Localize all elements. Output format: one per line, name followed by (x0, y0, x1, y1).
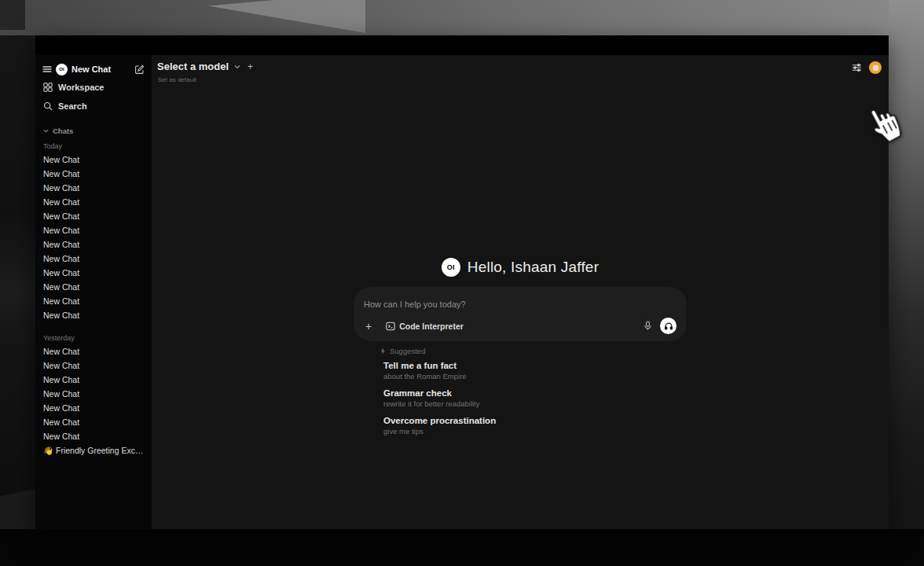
chat-group-label: Yesterday (35, 330, 152, 344)
app-logo: OI (442, 258, 460, 277)
bolt-icon (380, 347, 386, 355)
chat-item[interactable]: New Chat (35, 181, 152, 195)
avatar-glyph (873, 65, 878, 71)
code-interpreter-toggle[interactable]: Code Interpreter (386, 322, 464, 331)
chat-item[interactable]: New Chat (35, 266, 152, 280)
chat-item[interactable]: New Chat (35, 209, 152, 223)
suggestion-subtitle: rewrite it for better readability (383, 399, 687, 408)
suggestion-subtitle: give me tips (383, 427, 687, 436)
chat-groups: TodayNew ChatNew ChatNew ChatNew ChatNew… (35, 138, 152, 458)
prompt-input-card: + Code Interpreter (354, 287, 687, 341)
sidebar-toggle-icon[interactable] (42, 65, 52, 73)
chat-item[interactable]: New Chat (35, 252, 152, 266)
suggested-header: Suggested (380, 347, 687, 355)
suggested-label: Suggested (390, 347, 425, 355)
greeting-text: Hello, Ishaan Jaffer (468, 259, 599, 276)
sidebar: OI New Chat Workspace (35, 55, 152, 529)
attach-plus-icon[interactable]: + (364, 322, 373, 331)
topbar-right (852, 61, 882, 74)
app-window: OI New Chat Workspace (35, 35, 889, 529)
sidebar-item-search[interactable]: Search (35, 97, 152, 115)
welcome-block: OI Hello, Ishaan Jaffer + (354, 258, 687, 443)
set-as-default-button[interactable]: Set as default (158, 76, 196, 83)
sidebar-item-workspace[interactable]: Workspace (35, 79, 152, 96)
search-icon (43, 101, 53, 111)
chat-item[interactable]: New Chat (35, 358, 152, 373)
workspace-label: Workspace (58, 83, 104, 92)
prompt-input[interactable] (364, 300, 676, 309)
main-area: Select a model + Set as default O (152, 55, 889, 529)
chat-item[interactable]: New Chat (35, 294, 152, 308)
chat-item[interactable]: New Chat (35, 237, 152, 252)
suggested-list: Tell me a fun factabout the Roman Empire… (383, 361, 687, 436)
suggestion-subtitle: about the Roman Empire (383, 372, 687, 380)
chat-item[interactable]: New Chat (35, 167, 152, 181)
chat-item[interactable]: New Chat (35, 429, 152, 443)
new-chat-icon[interactable] (134, 64, 145, 75)
chat-item[interactable]: New Chat (35, 153, 152, 167)
chat-item[interactable]: New Chat (35, 308, 152, 322)
chat-item[interactable]: 👋 Friendly Greeting Exchange (35, 443, 152, 458)
wallpaper-top-band (0, 0, 924, 35)
app-logo: OI (56, 64, 68, 75)
chevron-down-icon (43, 129, 49, 133)
desktop: { "app": { "logo_text": "OI", "sidebar":… (0, 0, 924, 566)
chat-item[interactable]: New Chat (35, 195, 152, 209)
sidebar-header: OI New Chat (35, 61, 152, 77)
suggestion-title: Overcome procrastination (383, 416, 687, 425)
suggestion-title: Tell me a fun fact (383, 361, 687, 370)
voice-mode-button[interactable] (660, 318, 676, 334)
workspace-grid-icon (43, 83, 53, 92)
model-selector-label: Select a model (157, 61, 229, 72)
sidebar-title: New Chat (72, 64, 130, 74)
chevron-down-icon (234, 64, 240, 69)
chats-section-label: Chats (53, 127, 73, 135)
controls-sliders-icon[interactable] (852, 63, 862, 72)
model-selector[interactable]: Select a model + (157, 61, 253, 72)
window-title-strip (35, 35, 889, 55)
wallpaper-bottom-strip (0, 529, 924, 566)
microphone-icon[interactable] (644, 321, 652, 331)
suggestion-title: Grammar check (383, 388, 687, 398)
chat-item[interactable]: New Chat (35, 387, 152, 401)
chat-item[interactable]: New Chat (35, 401, 152, 415)
user-avatar[interactable] (869, 61, 882, 74)
wallpaper-topleft-shape (0, 0, 25, 30)
search-label: Search (58, 101, 87, 111)
chats-section-toggle[interactable]: Chats (35, 123, 152, 138)
suggestion-item[interactable]: Tell me a fun factabout the Roman Empire (383, 361, 687, 380)
chat-item[interactable]: New Chat (35, 373, 152, 387)
chat-item[interactable]: New Chat (35, 223, 152, 237)
chat-item[interactable]: New Chat (35, 415, 152, 429)
add-model-icon[interactable]: + (248, 61, 253, 72)
wallpaper-right-strip (889, 0, 924, 546)
code-interpreter-label: Code Interpreter (399, 322, 464, 331)
suggestion-item[interactable]: Overcome procrastinationgive me tips (383, 416, 687, 436)
chat-item[interactable]: New Chat (35, 280, 152, 294)
chat-group-label: Today (35, 138, 152, 153)
input-controls: + Code Interpreter (364, 318, 676, 334)
suggestion-item[interactable]: Grammar checkrewrite it for better reada… (383, 388, 687, 408)
terminal-icon (386, 322, 395, 331)
chat-item[interactable]: New Chat (35, 344, 152, 358)
greeting: OI Hello, Ishaan Jaffer (354, 258, 687, 277)
wallpaper-left-strip (0, 35, 35, 546)
